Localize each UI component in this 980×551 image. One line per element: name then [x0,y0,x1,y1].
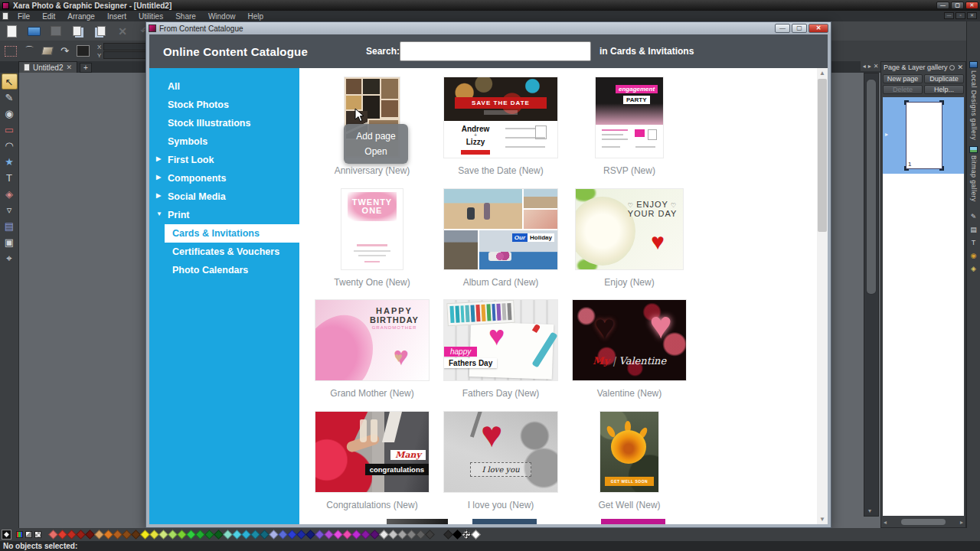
paste-icon[interactable] [93,24,108,38]
sidebar-item-photo-calendars[interactable]: Photo Calendars [149,261,299,279]
line-gallery-icon[interactable]: ✎ [969,213,978,221]
doc-close-button[interactable]: ✕ [967,12,977,19]
color-swatch[interactable] [85,530,95,540]
sidebar-item-symbols[interactable]: Symbols [149,132,299,151]
selector-tool-icon[interactable]: ↖ [2,73,18,90]
minimize-button[interactable]: — [936,2,949,9]
copy-icon[interactable] [70,24,86,38]
pin-icon[interactable] [949,65,955,70]
color-swatch[interactable] [158,530,168,540]
card-i-love-you[interactable]: ♥ I love you I love you (New) [436,412,565,510]
color-picker-icon[interactable] [16,531,23,538]
color-swatch[interactable] [370,530,380,540]
save-the-date-thumbnail[interactable]: SAVE THE DATE Andrew + Lizzy [444,77,557,158]
shape-editor-tool-icon[interactable]: ◠ [2,138,18,154]
card-get-well[interactable]: GET WELL SOON Get Well (New) [565,412,694,510]
selection-marks-icon[interactable] [5,46,17,57]
menu-window[interactable]: Window [202,12,242,21]
document-tab[interactable]: Untitled2 ✕ [18,61,77,73]
sidebar-item-all[interactable]: All [149,77,299,96]
color-swatch[interactable] [296,530,306,540]
color-swatch[interactable] [168,530,178,540]
doc-minimize-button[interactable]: — [944,12,954,19]
tab-close-icon[interactable]: ✕ [66,64,72,71]
menu-file[interactable]: File [11,12,36,21]
grand-mother-thumbnail[interactable]: HAPPY BIRTHDAY GRANDMOTHER ♥ ♥ [315,300,429,380]
gallery-prev-icon[interactable]: ◂ [863,63,866,70]
gallery-close-icon[interactable]: ✕ [874,63,879,70]
color-swatch[interactable] [223,530,233,540]
color-swatch[interactable] [333,530,343,540]
color-swatch[interactable] [407,530,416,540]
color-swatch[interactable] [204,530,214,540]
sidebar-item-social-media[interactable]: ▶Social Media [149,187,299,206]
partial-thumbnail[interactable] [472,519,537,524]
gallery-next-icon[interactable]: ▸ [868,63,871,70]
dialog-minimize-button[interactable]: — [775,24,790,33]
delete-icon[interactable]: ✕ [115,24,130,38]
color-swatch[interactable] [388,530,398,540]
shape-builder-tool-icon[interactable]: ✎ [2,90,18,106]
color-swatch[interactable] [443,530,453,540]
menu-insert[interactable]: Insert [101,12,132,21]
text-tool-icon[interactable]: T [2,170,18,186]
no-color-icon[interactable] [34,531,41,538]
add-page-menu-item[interactable]: Add page [356,131,395,142]
color-swatch[interactable] [425,530,435,540]
sidebar-item-cards-invitations[interactable]: Cards & Invitations [165,224,299,243]
new-tab-button[interactable]: + [80,63,92,73]
catalogue-scrollbar[interactable]: ▲ ▼ [817,68,828,524]
color-swatch[interactable] [48,530,58,540]
color-swatch[interactable] [94,530,104,540]
maximize-button[interactable]: ▢ [951,2,964,9]
color-swatch[interactable] [324,530,334,540]
eraser-tool-icon[interactable]: ▭ [2,122,18,138]
color-swatch[interactable] [214,530,224,540]
local-designs-gallery-tab[interactable]: Local Designs gallery [969,61,978,140]
color-swatch[interactable] [305,530,315,540]
card-save-the-date[interactable]: SAVE THE DATE Andrew + Lizzy [436,77,565,176]
sidebar-item-first-look[interactable]: ▶First Look [149,151,299,169]
partial-thumbnail[interactable] [601,519,665,524]
menu-edit[interactable]: Edit [36,12,61,21]
menu-utilities[interactable]: Utilities [132,12,169,21]
fathers-day-thumbnail[interactable]: ♥ happy Fathers Day [444,300,557,380]
color-swatch[interactable] [131,530,141,540]
color-swatch[interactable] [241,530,251,540]
snap-grid-icon[interactable] [77,45,90,57]
search-input[interactable] [400,41,591,61]
color-editor-icon[interactable] [2,530,11,540]
help-button[interactable]: Help... [924,85,964,94]
dialog-maximize-button[interactable]: ▢ [792,24,807,33]
color-swatch[interactable] [342,530,352,540]
color-gallery-icon[interactable]: ◉ [969,252,978,260]
color-swatch[interactable] [140,530,150,540]
duplicate-button[interactable]: Duplicate [924,74,964,83]
font-gallery-icon[interactable]: T [969,239,978,247]
get-well-thumbnail[interactable]: GET WELL SOON [600,412,658,492]
name-gallery-icon[interactable]: ◈ [969,265,978,273]
scroll-left-icon[interactable]: ◂ [884,519,887,526]
scroll-down-icon[interactable]: ▼ [817,514,828,524]
hscroll-thumb[interactable] [901,519,946,525]
sidebar-item-components[interactable]: ▶Components [149,169,299,187]
delete-button[interactable]: Delete [883,85,923,94]
color-swatch[interactable] [278,530,288,540]
color-swatch[interactable] [250,530,260,540]
dialog-title-bar[interactable]: From Content Catalogue — ▢ ✕ [146,22,831,34]
color-swatch[interactable] [471,530,481,540]
contour-tool-icon[interactable]: ▣ [2,234,18,250]
sidebar-item-certificates-vouchers[interactable]: Certificates & Vouchers [149,243,299,261]
color-swatch[interactable] [269,530,279,540]
card-twenty-one[interactable]: TWENTY ONE SALLY'S Twenty One (New) [308,189,436,288]
open-menu-item[interactable]: Open [364,146,387,157]
color-swatch[interactable] [177,530,187,540]
panel-horizontal-scrollbar[interactable]: ◂ ▸ [881,517,965,527]
card-enjoy[interactable]: ♡ ENJOY ♡ YOUR DAY ♥ Enjoy (New) [565,189,694,288]
doc-restore-button[interactable]: ▫ [956,12,965,19]
album-card-thumbnail[interactable]: Our Holiday [444,189,557,269]
color-swatch[interactable] [416,530,426,540]
color-swatch[interactable] [76,530,86,540]
color-swatch[interactable] [103,530,113,540]
scrollbar-thumb[interactable] [818,79,827,232]
